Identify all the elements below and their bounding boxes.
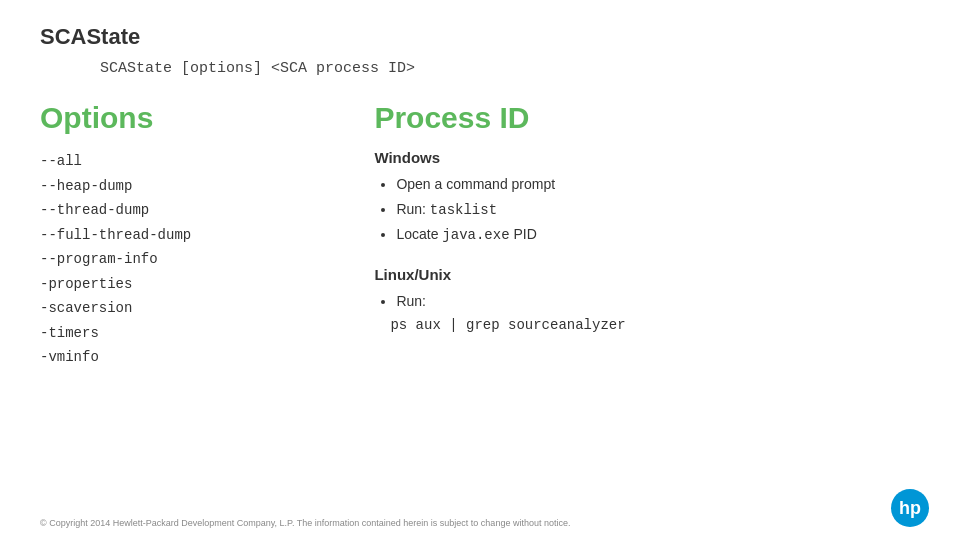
command-line: SCAState [options] <SCA process ID>: [100, 60, 920, 77]
option-timers: -timers: [40, 321, 354, 346]
options-heading: Options: [40, 101, 354, 135]
linux-bullets: Run:: [374, 289, 920, 314]
option-heap-dump: --heap-dump: [40, 174, 354, 199]
windows-bullet-1: Open a command prompt: [396, 172, 920, 197]
option-full-thread-dump: --full-thread-dump: [40, 223, 354, 248]
option-thread-dump: --thread-dump: [40, 198, 354, 223]
option-vminfo: -vminfo: [40, 345, 354, 370]
option-scaversion: -scaversion: [40, 296, 354, 321]
option-properties: -properties: [40, 272, 354, 297]
two-column-layout: Options --all --heap-dump --thread-dump …: [40, 101, 920, 370]
process-id-column: Process ID Windows Open a command prompt…: [374, 101, 920, 351]
option-all: --all: [40, 149, 354, 174]
options-list: --all --heap-dump --thread-dump --full-t…: [40, 149, 354, 370]
svg-text:hp: hp: [899, 498, 921, 518]
hp-logo: hp: [890, 488, 930, 528]
java-exe-code: java.exe: [442, 227, 509, 243]
linux-run-block: Run: ps aux | grep sourceanalyzer: [374, 289, 920, 334]
windows-bullet-3: Locate java.exe PID: [396, 222, 920, 248]
windows-bullets: Open a command prompt Run: tasklist Loca…: [374, 172, 920, 248]
windows-bullet-2: Run: tasklist: [396, 197, 920, 223]
page-container: SCAState SCAState [options] <SCA process…: [0, 0, 960, 540]
linux-run-label: Run:: [396, 293, 426, 309]
linux-run-item: Run:: [396, 289, 920, 314]
windows-section: Windows Open a command prompt Run: taskl…: [374, 149, 920, 248]
linux-section: Linux/Unix Run: ps aux | grep sourceanal…: [374, 266, 920, 334]
option-program-info: --program-info: [40, 247, 354, 272]
page-title: SCAState: [40, 24, 920, 50]
process-id-heading: Process ID: [374, 101, 920, 135]
linux-command: ps aux | grep sourceanalyzer: [390, 317, 920, 333]
footer-text: © Copyright 2014 Hewlett-Packard Develop…: [40, 518, 570, 528]
options-column: Options --all --heap-dump --thread-dump …: [40, 101, 374, 370]
linux-title: Linux/Unix: [374, 266, 920, 283]
windows-title: Windows: [374, 149, 920, 166]
tasklist-code: tasklist: [430, 202, 497, 218]
